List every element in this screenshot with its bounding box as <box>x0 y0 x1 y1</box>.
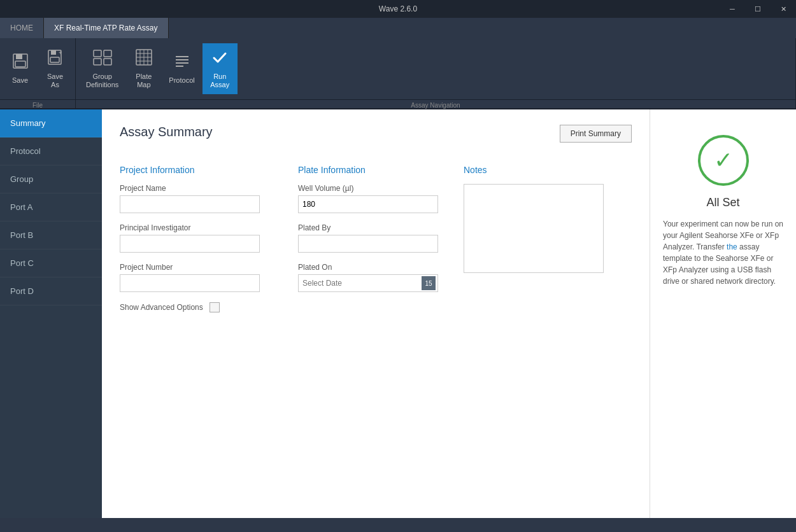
plate-info-section: Plate Information Well Volume (µl) Plate… <box>298 165 438 312</box>
page-title: Assay Summary <box>120 125 213 139</box>
sidebar: Summary Protocol Group Port A Port B Por… <box>0 109 102 518</box>
save-as-label: SaveAs <box>47 73 63 89</box>
run-assay-button[interactable]: RunAssay <box>203 43 238 94</box>
well-volume-input[interactable] <box>298 195 438 213</box>
maximize-button[interactable]: ☐ <box>745 0 771 18</box>
app-title: Wave 2.6.0 <box>379 4 417 13</box>
checkmark-icon: ✓ <box>714 147 733 174</box>
notes-section: Notes <box>464 165 632 312</box>
sidebar-item-port-a[interactable]: Port A <box>0 193 102 221</box>
principal-investigator-group: Principal Investigator <box>120 223 273 253</box>
save-as-icon: + <box>46 48 64 70</box>
group-definitions-button[interactable]: GroupDefinitions <box>78 43 126 94</box>
protocol-button[interactable]: Protocol <box>161 43 202 94</box>
svg-rect-7 <box>94 50 101 57</box>
date-input-wrapper: 15 <box>298 274 438 292</box>
well-volume-label: Well Volume (µl) <box>298 184 438 193</box>
sidebar-item-group[interactable]: Group <box>0 165 102 193</box>
toolbar: Save + SaveAs File <box>0 38 796 109</box>
svg-rect-8 <box>104 50 111 57</box>
project-number-label: Project Number <box>120 263 273 272</box>
plate-info-title: Plate Information <box>298 165 438 175</box>
save-as-button[interactable]: + SaveAs <box>38 43 73 94</box>
allset-icon: ✓ <box>698 135 749 186</box>
assay-nav-label: Assay Navigation <box>76 99 795 111</box>
title-bar: Wave 2.6.0 ─ ☐ ✕ <box>0 0 796 18</box>
file-section-label: File <box>0 99 75 111</box>
well-volume-group: Well Volume (µl) <box>298 184 438 213</box>
toolbar-assay-nav-section: GroupDefinitions PlateMap <box>76 38 796 108</box>
sidebar-item-port-d[interactable]: Port D <box>0 277 102 305</box>
tabs-row: HOME XF Real-Time ATP Rate Assay <box>0 18 796 38</box>
app-body: Summary Protocol Group Port A Port B Por… <box>0 109 796 518</box>
plate-map-icon <box>135 48 153 70</box>
calendar-icon[interactable]: 15 <box>422 276 436 290</box>
close-button[interactable]: ✕ <box>771 0 796 18</box>
save-label: Save <box>12 76 28 85</box>
toolbar-file-section: Save + SaveAs File <box>0 38 76 108</box>
sidebar-item-summary[interactable]: Summary <box>0 109 102 137</box>
plated-on-input[interactable] <box>298 274 438 292</box>
notes-title: Notes <box>464 165 632 175</box>
sidebar-item-protocol[interactable]: Protocol <box>0 137 102 165</box>
plated-on-label: Plated On <box>298 263 438 272</box>
project-number-input[interactable] <box>120 274 260 292</box>
right-panel: ✓ All Set Your experiment can now be run… <box>650 109 796 518</box>
save-icon <box>11 52 29 74</box>
project-name-label: Project Name <box>120 184 273 193</box>
project-name-input[interactable] <box>120 195 260 213</box>
advanced-options-label: Show Advanced Options <box>120 303 203 312</box>
plated-on-group: Plated On 15 <box>298 263 438 292</box>
svg-rect-1 <box>16 54 22 59</box>
advanced-options-checkbox[interactable] <box>210 302 220 312</box>
protocol-icon <box>173 52 191 74</box>
protocol-label: Protocol <box>169 76 194 85</box>
status-bar <box>0 518 796 532</box>
run-assay-icon <box>211 48 229 70</box>
transfer-highlight: the <box>727 242 737 251</box>
advanced-options-row: Show Advanced Options <box>120 302 273 312</box>
sidebar-item-port-c[interactable]: Port C <box>0 249 102 277</box>
plate-map-button[interactable]: PlateMap <box>126 43 161 94</box>
project-name-group: Project Name <box>120 184 273 213</box>
save-button[interactable]: Save <box>3 43 38 94</box>
print-summary-button[interactable]: Print Summary <box>560 125 632 143</box>
plate-map-label: PlateMap <box>136 73 152 89</box>
group-definitions-icon <box>92 48 113 70</box>
svg-text:+: + <box>59 50 62 56</box>
tab-xf-real-time[interactable]: XF Real-Time ATP Rate Assay <box>44 18 169 38</box>
allset-description: Your experiment can now be run on your A… <box>663 218 783 287</box>
plated-by-input[interactable] <box>298 235 438 253</box>
plated-by-group: Plated By <box>298 223 438 253</box>
run-assay-label: RunAssay <box>210 73 229 89</box>
tab-home[interactable]: HOME <box>0 18 44 38</box>
sidebar-item-port-b[interactable]: Port B <box>0 221 102 249</box>
project-info-title: Project Information <box>120 165 273 175</box>
content-grid: Project Information Project Name Princip… <box>120 165 632 312</box>
main-content: Assay Summary Print Summary Project Info… <box>102 109 650 518</box>
svg-rect-5 <box>50 57 59 62</box>
plated-by-label: Plated By <box>298 223 438 232</box>
project-number-group: Project Number <box>120 263 273 292</box>
window-controls: ─ ☐ ✕ <box>720 0 796 18</box>
svg-rect-9 <box>94 59 101 65</box>
svg-rect-4 <box>51 50 56 55</box>
project-info-section: Project Information Project Name Princip… <box>120 165 273 312</box>
principal-investigator-label: Principal Investigator <box>120 223 273 232</box>
allset-title: All Set <box>706 196 739 209</box>
svg-rect-2 <box>15 61 25 67</box>
group-definitions-label: GroupDefinitions <box>86 73 118 89</box>
minimize-button[interactable]: ─ <box>720 0 745 18</box>
svg-rect-10 <box>104 59 111 65</box>
notes-textarea[interactable] <box>464 184 604 273</box>
principal-investigator-input[interactable] <box>120 235 260 253</box>
